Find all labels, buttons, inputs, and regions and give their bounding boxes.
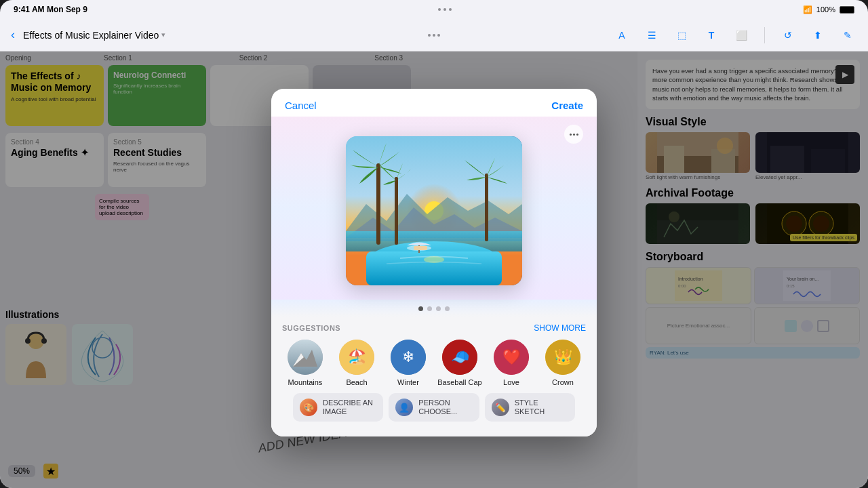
status-icons: 📶 100% [803,5,854,14]
person-choose-option[interactable]: 👤 PERSON CHOOSE... [389,393,479,422]
status-time: 9:41 AM Mon Sep 9 [14,5,87,14]
modal-image-area [271,117,597,300]
svg-rect-38 [414,246,427,250]
title-chevron-icon[interactable]: ▾ [161,30,165,39]
dot-3[interactable] [436,306,441,311]
beach-label: Beach [346,378,367,386]
device-frame: 9:41 AM Mon Sep 9 📶 100% ‹ Effects of Mu… [0,0,868,488]
suggestions-title: SUGGESTIONS [282,324,340,332]
suggestion-mountains[interactable]: Mountains [282,340,328,386]
share-button[interactable]: ⬆ [808,26,827,45]
svg-rect-33 [376,163,380,245]
wifi-icon: 📶 [803,5,812,14]
suggestion-baseball-cap[interactable]: 🧢 Baseball Cap [437,340,483,386]
battery-label: 100% [816,5,835,14]
love-icon: ❤️ [494,340,529,375]
layout-button[interactable]: ☰ [642,26,661,45]
style-option[interactable]: ✏️ STYLE SKETCH [485,393,575,422]
pagination-dots [271,300,597,317]
show-more-button[interactable]: SHOW MORE [534,323,586,333]
create-button[interactable]: Create [551,100,583,111]
baseball-cap-label: Baseball Cap [437,378,481,386]
mountains-label: Mountains [288,378,323,386]
dot-1[interactable] [418,306,423,311]
toolbar-icons: A ☰ ⬚ T ⬜ ↺ ⬆ ✎ [612,26,857,45]
style-text: STYLE SKETCH [515,399,545,416]
svg-text:❤️: ❤️ [502,348,521,366]
undo-button[interactable]: ↺ [778,26,797,45]
svg-point-39 [288,340,323,375]
suggestions-header: SUGGESTIONS SHOW MORE [282,323,586,333]
suggestion-beach[interactable]: 🏖️ Beach [334,340,380,386]
winter-label: Winter [397,378,419,386]
svg-rect-35 [395,177,398,245]
style-button[interactable]: A [612,26,631,45]
options-dots-icon [570,134,578,136]
suggestion-winter[interactable]: ❄ Winter [385,340,431,386]
toolbar-title: Effects of Music Explainer Video ▾ [23,30,165,41]
style-sketch-icon: ✏️ [492,399,509,416]
describe-text: DESCRIBE AN IMAGE [323,399,373,416]
edit-button[interactable]: ✎ [838,26,857,45]
battery-icon [840,6,854,14]
main-content: Opening Section 1 Section 2 Section 3 Th… [0,52,868,488]
beach-icon: 🏖️ [339,340,374,375]
image-options-button[interactable] [564,125,583,144]
modal-panel: Cancel Create [271,89,597,436]
dot-4[interactable] [445,306,450,311]
scene-svg [346,136,522,285]
svg-text:👑: 👑 [554,348,573,366]
crown-icon: 👑 [545,340,580,375]
generated-image-card [346,136,522,285]
bottom-options-row: 🎨 DESCRIBE AN IMAGE 👤 PERSON CHOOSE... [282,393,586,431]
toolbar: ‹ Effects of Music Explainer Video ▾ A ☰… [0,19,868,52]
document-title: Effects of Music Explainer Video [23,30,159,41]
person-text: PERSON CHOOSE... [418,399,457,416]
svg-text:🧢: 🧢 [451,348,470,366]
slides-button[interactable]: ⬚ [672,26,691,45]
winter-icon: ❄ [391,340,426,375]
mountains-icon [288,340,323,375]
text-button[interactable]: T [702,26,721,45]
modal-header: Cancel Create [271,89,597,117]
svg-rect-34 [485,174,488,241]
suggestions-section: SUGGESTIONS SHOW MORE [271,317,597,436]
status-bar: 9:41 AM Mon Sep 9 📶 100% [0,0,868,19]
person-icon: 👤 [395,399,413,416]
suggestion-love[interactable]: ❤️ Love [488,340,534,386]
svg-text:🏖️: 🏖️ [348,348,367,366]
describe-icon: 🎨 [300,399,317,416]
back-button[interactable]: ‹ [11,28,15,42]
cancel-button[interactable]: Cancel [285,100,317,111]
toolbar-center-dots [428,34,440,37]
suggestions-row: Mountains 🏖️ Beach [282,340,586,386]
suggestion-crown[interactable]: 👑 Crown [540,340,586,386]
love-label: Love [503,378,519,386]
svg-text:❄: ❄ [402,348,414,365]
describe-image-option[interactable]: 🎨 DESCRIBE AN IMAGE [293,393,383,422]
media-button[interactable]: ⬜ [732,26,751,45]
dot-2[interactable] [427,306,432,311]
baseball-cap-icon: 🧢 [442,340,477,375]
crown-label: Crown [552,378,574,386]
